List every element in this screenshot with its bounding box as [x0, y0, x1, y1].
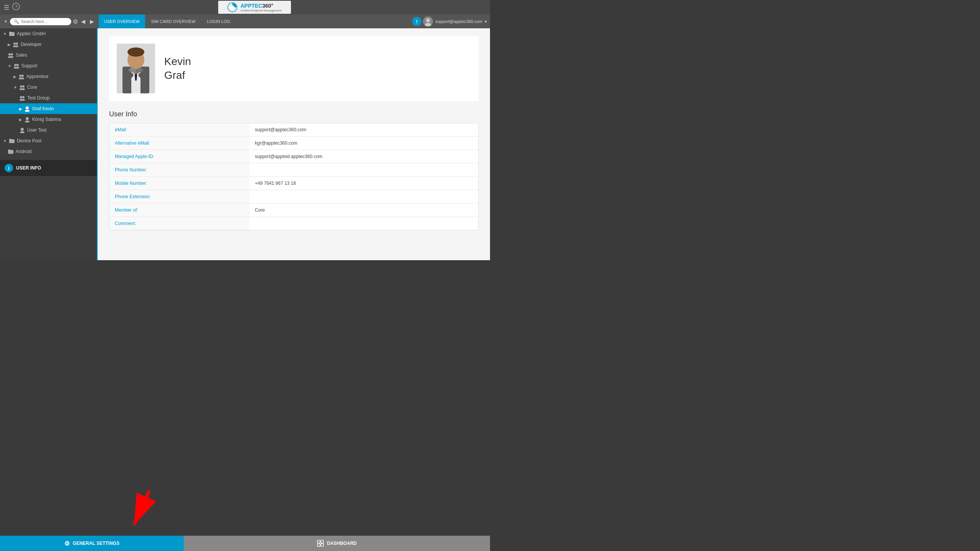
nav-bar: ▾ 🔍 ⚙ ◀ ▶ USER OVERVIEW SIM CARD OVERVIE…	[0, 15, 490, 28]
sidebar-label-developer: Developer	[21, 42, 42, 47]
svg-point-18	[14, 64, 16, 66]
table-row: Phone Number:	[109, 163, 479, 177]
field-value: support@appleid.apptec360.com	[250, 150, 479, 163]
gear-icon[interactable]: ⚙	[73, 18, 78, 25]
svg-rect-9	[9, 32, 11, 33]
table-row: Comment:	[109, 217, 479, 230]
user-info-table: eMail: support@apptec360.com Alternative…	[109, 123, 479, 230]
user-icon	[19, 127, 25, 133]
group-icon	[19, 84, 25, 90]
sidebar: Apptec GmbH Developer Sales Support Appr…	[0, 28, 98, 260]
user-nav[interactable]: support@apptec360.com ▾	[423, 16, 487, 26]
sidebar-item-user-test[interactable]: User Test	[0, 125, 97, 135]
user-info-label: USER INFO	[16, 165, 41, 171]
field-label: Mobile Number:	[109, 177, 250, 190]
svg-point-25	[21, 78, 24, 80]
folder-icon	[9, 31, 15, 37]
table-row: Member of: Core	[109, 204, 479, 217]
user-info-section-title: User Info	[109, 110, 479, 118]
table-row: Mobile Number: +49 7641 967 13 18	[109, 177, 479, 190]
svg-point-37	[25, 121, 29, 122]
profile-header: Kevin Graf	[109, 36, 479, 101]
svg-point-36	[26, 117, 29, 120]
sidebar-item-device-pool[interactable]: Device Pool	[0, 135, 97, 146]
folder-icon	[8, 148, 14, 155]
field-value: kgr@apptec360.com	[250, 137, 479, 150]
user-icon	[24, 116, 30, 122]
sidebar-user-info-section: i USER INFO	[0, 160, 97, 176]
svg-point-14	[8, 53, 11, 55]
logo-box: APPTEC360° Unified Endpoint Management	[218, 1, 291, 14]
svg-point-15	[11, 53, 13, 55]
main-layout: Apptec GmbH Developer Sales Support Appr…	[0, 28, 490, 260]
sidebar-item-graf-kevin[interactable]: Graf Kevin	[0, 103, 97, 114]
sidebar-label-graf-kevin: Graf Kevin	[32, 106, 54, 111]
tab-sim-card-overview[interactable]: SIM CARD OVERVIEW	[146, 15, 201, 28]
tab-login-log[interactable]: LOGIN LOG	[202, 15, 236, 28]
alert-icon[interactable]: !	[412, 17, 421, 26]
sidebar-label-test-group: Test Group	[27, 95, 50, 101]
profile-photo	[117, 44, 155, 93]
hamburger-icon[interactable]: ☰	[4, 4, 9, 11]
user-icon	[24, 106, 30, 112]
svg-point-29	[22, 88, 25, 90]
table-row: eMail: support@apptec360.com	[109, 123, 479, 137]
field-value: support@apptec360.com	[250, 123, 479, 137]
field-value	[250, 163, 479, 177]
field-label: Member of:	[109, 204, 250, 217]
sidebar-label-konig-sabrina: König Sabrina	[32, 117, 61, 122]
sidebar-item-core[interactable]: Core	[0, 82, 97, 93]
sidebar-item-sales[interactable]: Sales	[0, 50, 97, 60]
table-row: Managed Apple-ID: support@appleid.apptec…	[109, 150, 479, 163]
search-input[interactable]	[21, 19, 67, 24]
forward-arrow[interactable]: ▶	[88, 18, 96, 25]
svg-point-21	[16, 67, 19, 69]
chevron-down-icon	[3, 32, 7, 36]
sidebar-item-android[interactable]: Android	[0, 146, 97, 157]
sidebar-item-apprentice[interactable]: Apprentice	[0, 71, 97, 82]
search-box[interactable]: 🔍	[10, 18, 71, 25]
sidebar-item-test-group[interactable]: Test Group	[0, 93, 97, 103]
nav-dropdown-arrow[interactable]: ▾	[3, 17, 8, 26]
user-email-nav: support@apptec360.com	[435, 19, 482, 24]
sidebar-label-core: Core	[27, 85, 37, 90]
field-value	[250, 217, 479, 230]
back-arrow[interactable]: ◀	[80, 18, 87, 25]
svg-rect-43	[8, 150, 10, 151]
svg-point-30	[20, 96, 22, 98]
svg-point-49	[127, 47, 144, 57]
field-label: Phone Extension:	[109, 190, 250, 204]
svg-rect-41	[9, 139, 11, 140]
sidebar-label-android: Android	[16, 149, 31, 154]
group-icon	[13, 63, 20, 69]
sidebar-label-device-pool: Device Pool	[17, 138, 41, 143]
sidebar-label-user-test: User Test	[27, 127, 46, 133]
chevron-right-icon	[13, 75, 16, 79]
sidebar-label-sales: Sales	[16, 52, 27, 58]
clock-icon	[12, 3, 20, 12]
tab-user-overview[interactable]: USER OVERVIEW	[99, 15, 145, 28]
sidebar-label-apprentice: Apprentice	[26, 74, 48, 79]
field-label: Alternative eMail:	[109, 137, 250, 150]
chevron-down-icon	[8, 64, 11, 68]
field-value: Core	[250, 204, 479, 217]
search-icon: 🔍	[14, 19, 19, 24]
svg-point-11	[16, 42, 18, 45]
group-icon	[8, 52, 14, 58]
logo-name: APPTEC360°	[240, 3, 282, 9]
sidebar-item-developer[interactable]: Developer	[0, 39, 97, 50]
user-avatar-small	[423, 16, 433, 26]
group-icon	[19, 95, 25, 101]
svg-point-26	[20, 85, 22, 88]
profile-name: Kevin Graf	[164, 55, 191, 83]
group-icon	[13, 41, 19, 47]
logo-tagline: Unified Endpoint Management	[240, 9, 282, 12]
sidebar-item-support[interactable]: Support	[0, 60, 97, 71]
svg-point-22	[19, 75, 21, 77]
svg-point-23	[21, 75, 24, 77]
logo-center: APPTEC360° Unified Endpoint Management	[23, 1, 486, 14]
svg-point-34	[26, 106, 29, 109]
svg-point-19	[16, 64, 19, 66]
sidebar-item-konig-sabrina[interactable]: König Sabrina	[0, 114, 97, 125]
sidebar-item-apptec-gmbh[interactable]: Apptec GmbH	[0, 28, 97, 39]
